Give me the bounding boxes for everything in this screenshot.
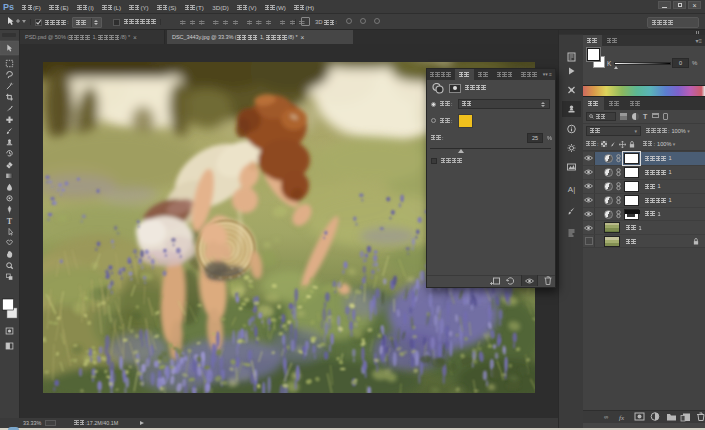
svg-text:A|: A|: [568, 185, 575, 194]
svg-text:∞: ∞: [604, 414, 608, 420]
svg-text:fx: fx: [619, 414, 625, 422]
svg-text:T: T: [7, 217, 13, 226]
